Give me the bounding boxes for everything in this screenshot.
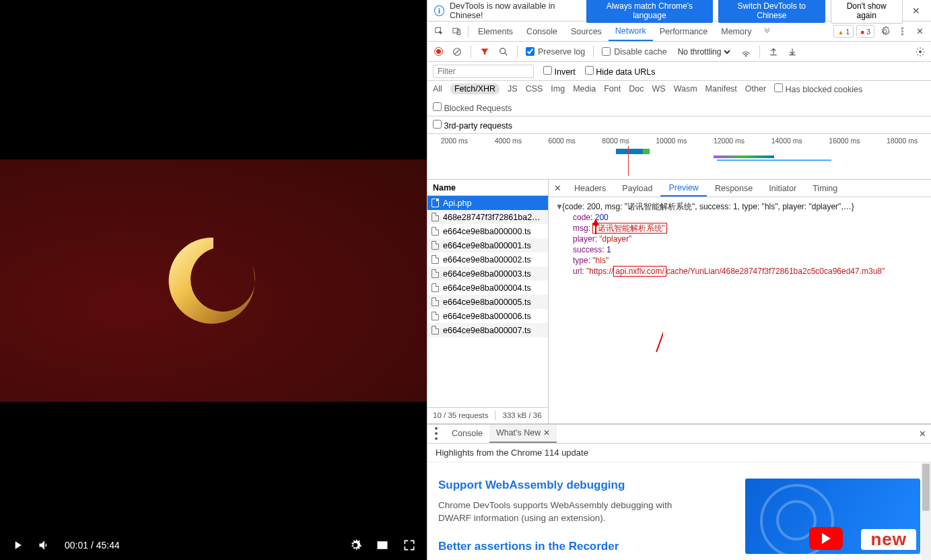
type-all[interactable]: All [433,84,442,94]
network-timeline[interactable]: 2000 ms 4000 ms 6000 ms 8000 ms 10000 ms… [427,134,931,180]
upload-har-icon[interactable] [768,46,779,57]
detail-tabs: ✕ Headers Payload Preview Response Initi… [549,180,931,197]
request-row[interactable]: e664ce9e8ba000005.ts [427,295,548,309]
hide-data-urls-checkbox[interactable]: Hide data URLs [585,66,656,77]
throttling-select[interactable]: No throttling [675,46,732,57]
more-tabs-icon[interactable] [758,22,775,41]
svg-line-12 [656,281,663,352]
detail-tab-payload[interactable]: Payload [614,180,660,197]
dont-show-again-button[interactable]: Don't show again [831,0,903,24]
svg-point-14 [435,427,438,430]
settings-icon[interactable] [349,538,362,552]
filter-input[interactable] [433,65,534,78]
type-font[interactable]: Font [604,84,621,94]
annotation-highlight: api.nxflv.com/ [613,266,666,277]
player-time: 00:01 / 45:44 [65,540,120,551]
whats-new-content: Support WebAssembly debugging Chrome Dev… [427,462,931,560]
volume-icon[interactable] [38,538,51,552]
match-language-button[interactable]: Always match Chrome's language [586,0,713,23]
request-list: Name Api.php 468e28747f3f72861ba2c5... e… [427,180,549,423]
detail-tab-headers[interactable]: Headers [566,180,614,197]
file-icon [432,241,439,250]
tab-network[interactable]: Network [609,22,653,41]
page-content: 00:01 / 45:44 [0,0,427,560]
file-icon [432,326,439,335]
tab-console[interactable]: Console [520,22,564,41]
type-media[interactable]: Media [573,84,596,94]
record-icon[interactable] [433,46,444,57]
download-har-icon[interactable] [787,46,798,57]
type-other[interactable]: Other [745,84,766,94]
network-conditions-icon[interactable] [740,46,751,57]
video-player[interactable] [0,0,427,530]
close-detail-icon[interactable]: ✕ [549,180,566,197]
request-row[interactable]: e664ce9e8ba000001.ts [427,238,548,252]
detail-tab-response[interactable]: Response [707,180,761,197]
blocked-requests-checkbox[interactable]: Blocked Requests [433,102,512,113]
name-column-header[interactable]: Name [427,180,548,196]
search-icon[interactable] [498,46,509,57]
tab-performance[interactable]: Performance [653,22,715,41]
close-tab-icon[interactable]: ✕ [543,428,550,438]
device-toolbar-icon[interactable] [448,22,465,41]
feature-heading[interactable]: Better assertions in the Recorder [438,540,732,553]
request-row[interactable]: e664ce9e8ba000007.ts [427,323,548,337]
third-party-checkbox[interactable]: 3rd-party requests [433,120,512,131]
detail-tab-preview[interactable]: Preview [660,180,706,197]
kebab-menu-icon[interactable] [893,22,911,41]
type-ws[interactable]: WS [652,84,665,94]
warnings-badge[interactable]: 1 [833,25,854,38]
inspect-element-icon[interactable] [430,22,448,41]
invert-checkbox[interactable]: Invert [543,66,576,77]
type-wasm[interactable]: Wasm [674,84,697,94]
drawer-kebab-icon[interactable] [427,425,445,443]
detail-tab-timing[interactable]: Timing [804,180,846,197]
type-js[interactable]: JS [508,84,518,94]
request-row[interactable]: e664ce9e8ba000004.ts [427,281,548,295]
settings-gear-icon[interactable] [876,22,893,41]
tab-elements[interactable]: Elements [471,22,520,41]
clear-icon[interactable] [452,46,462,57]
loading-spinner-icon [160,227,267,335]
svg-point-4 [901,30,903,32]
close-devtools-icon[interactable]: ✕ [911,22,928,41]
disable-cache-checkbox[interactable]: Disable cache [602,47,667,57]
network-settings-gear-icon[interactable] [915,46,926,57]
errors-badge[interactable]: 3 [856,25,874,38]
feature-heading[interactable]: Support WebAssembly debugging [438,479,732,492]
switch-chinese-button[interactable]: Switch DevTools to Chinese [718,0,825,23]
detail-tab-initiator[interactable]: Initiator [761,180,804,197]
request-row[interactable]: e664ce9e8ba000002.ts [427,252,548,267]
request-row[interactable]: e664ce9e8ba000003.ts [427,267,548,281]
close-drawer-icon[interactable]: ✕ [913,425,931,443]
file-icon [432,227,439,236]
preserve-log-checkbox[interactable]: Preserve log [526,47,585,57]
type-img[interactable]: Img [551,84,565,94]
request-row[interactable]: Api.php [427,196,548,210]
filter-funnel-icon[interactable] [479,46,490,57]
type-fetch-xhr[interactable]: Fetch/XHR [450,83,499,94]
info-icon: i [434,5,444,16]
type-manifest[interactable]: Manifest [705,84,737,94]
drawer-tab-whats-new[interactable]: What's New ✕ [489,425,557,443]
file-icon [432,298,439,306]
drawer-tab-console[interactable]: Console [445,425,489,443]
fullscreen-icon[interactable] [403,538,416,552]
devtools-drawer: Console What's New ✕ ✕ Highlights from t… [427,424,931,560]
video-frame [0,160,427,402]
close-banner-icon[interactable]: ✕ [908,5,924,16]
response-preview[interactable]: ▼{code: 200, msg: "诺讯智能解析系统", success: 1… [549,197,931,423]
blocked-cookies-checkbox[interactable]: Has blocked cookies [774,83,862,94]
type-doc[interactable]: Doc [629,84,644,94]
video-thumbnail[interactable]: new [745,479,920,554]
request-row[interactable]: e664ce9e8ba000000.ts [427,224,548,238]
pip-icon[interactable] [376,538,389,552]
type-css[interactable]: CSS [526,84,543,94]
play-icon[interactable] [11,538,24,552]
request-row[interactable]: 468e28747f3f72861ba2c5... [427,210,548,224]
svg-rect-1 [452,28,458,33]
request-row[interactable]: e664ce9e8ba000006.ts [427,309,548,323]
tab-sources[interactable]: Sources [564,22,609,41]
tab-memory[interactable]: Memory [714,22,758,41]
scrollbar[interactable] [921,462,931,560]
